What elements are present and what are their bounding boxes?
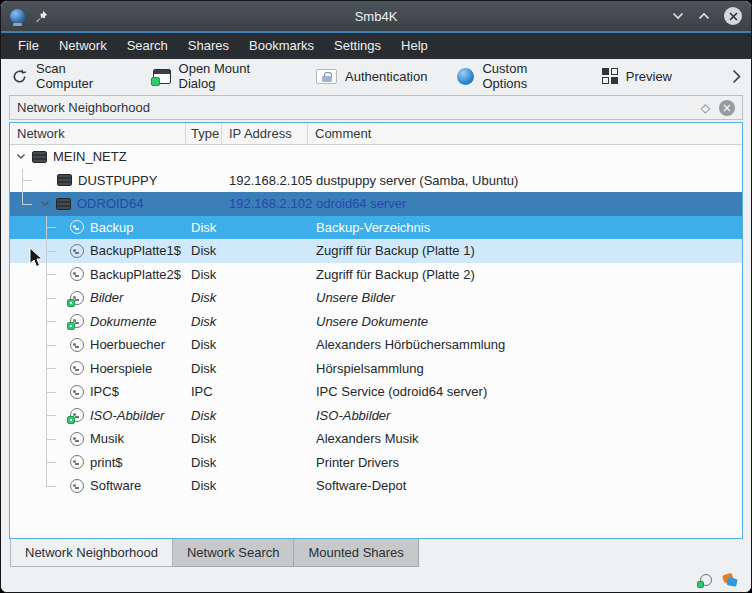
cell-comment: Unsere Bilder	[308, 286, 742, 310]
table-row[interactable]: DokumenteDiskUnsere Dokumente	[10, 310, 742, 334]
table-row[interactable]: BilderDiskUnsere Bilder	[10, 286, 742, 310]
minimize-button[interactable]	[672, 12, 684, 20]
smb4k-window: Smb4K File Network Search Shares Bookmar…	[0, 0, 752, 593]
column-header-ip[interactable]: IP Address	[222, 123, 308, 144]
cell-comment: Backup-Verzeichnis	[308, 216, 742, 240]
share-icon	[70, 267, 84, 281]
scan-computer-label: Scan Computer	[36, 61, 123, 91]
cell-comment: IPC Service (odroid64 server)	[308, 380, 742, 404]
cell-ip	[222, 239, 308, 263]
network-item-name: Software	[90, 478, 141, 493]
table-row[interactable]: print$DiskPrinter Drivers	[10, 451, 742, 475]
cell-comment: Alexanders Hörbüchersammlung	[308, 333, 742, 357]
column-header-network[interactable]: Network	[10, 123, 186, 144]
tab-mounted-shares[interactable]: Mounted Shares	[294, 539, 418, 567]
cell-network: print$	[10, 451, 186, 475]
tab-network-search[interactable]: Network Search	[173, 539, 294, 567]
table-row[interactable]: ISO-AbbilderDiskISO-Abbilder	[10, 404, 742, 428]
table-row[interactable]: MusikDiskAlexanders Musik	[10, 427, 742, 451]
menu-file[interactable]: File	[8, 33, 49, 59]
titlebar[interactable]: Smb4K	[1, 1, 751, 31]
cell-network: Hoerspiele	[10, 357, 186, 381]
cell-type: Disk	[186, 263, 222, 287]
menu-bookmarks[interactable]: Bookmarks	[239, 33, 324, 59]
network-item-name: IPC$	[90, 384, 119, 399]
tab-network-neighborhood[interactable]: Network Neighborhood	[10, 539, 173, 567]
server-icon	[57, 174, 72, 186]
cell-network: MEIN_NETZ	[10, 145, 186, 169]
cell-comment: Unsere Dokumente	[308, 310, 742, 334]
cell-ip	[222, 286, 308, 310]
table-row[interactable]: BackupPlatte2$DiskZugriff für Backup (Pl…	[10, 263, 742, 287]
pin-icon[interactable]	[35, 10, 48, 23]
table-row[interactable]: HoerspieleDiskHörspielsammlung	[10, 357, 742, 381]
share-icon	[70, 244, 84, 258]
close-panel-button[interactable]	[719, 100, 735, 116]
custom-options-label: Custom Options	[482, 61, 571, 91]
cell-ip	[222, 451, 308, 475]
column-header-comment[interactable]: Comment	[308, 123, 742, 144]
expander-icon[interactable]	[40, 200, 50, 207]
expander-icon[interactable]	[16, 153, 26, 160]
server-icon	[32, 151, 47, 163]
cell-network: IPC$	[10, 380, 186, 404]
cell-ip	[222, 216, 308, 240]
menu-settings[interactable]: Settings	[324, 33, 391, 59]
table-row[interactable]: DUSTPUPPY192.168.2.105dustpuppy server (…	[10, 169, 742, 193]
close-button[interactable]	[724, 7, 742, 25]
cell-ip: 192.168.2.102	[222, 192, 308, 216]
cell-comment: dustpuppy server (Samba, Ubuntu)	[308, 169, 742, 193]
float-diamond-icon[interactable]: ◇	[701, 101, 710, 115]
table-row[interactable]: BackupDiskBackup-Verzeichnis	[10, 216, 742, 240]
cell-comment: Zugriff für Backup (Platte 2)	[308, 263, 742, 287]
table-row[interactable]: SoftwareDiskSoftware-Depot	[10, 474, 742, 498]
dock-panel-header[interactable]: Network Neighborhood ◇	[9, 95, 743, 120]
table-row[interactable]: HoerbuecherDiskAlexanders Hörbüchersamml…	[10, 333, 742, 357]
table-row[interactable]: IPC$IPCIPC Service (odroid64 server)	[10, 380, 742, 404]
bottom-tabbar: Network Neighborhood Network Search Moun…	[1, 539, 751, 567]
network-item-name: BackupPlatte1$	[90, 243, 181, 258]
cell-type: Disk	[186, 427, 222, 451]
network-item-name: MEIN_NETZ	[53, 149, 127, 164]
authentication-button[interactable]: Authentication	[316, 69, 427, 84]
custom-options-button[interactable]: Custom Options	[457, 61, 571, 91]
cell-type: Disk	[186, 357, 222, 381]
network-tree-view[interactable]: Network Type IP Address Comment MEIN_NET…	[9, 122, 743, 539]
preview-button[interactable]: Preview	[602, 68, 672, 84]
network-item-name: ODROID64	[77, 196, 143, 211]
refresh-icon	[11, 68, 28, 85]
table-row[interactable]: MEIN_NETZ	[10, 145, 742, 169]
menu-search[interactable]: Search	[117, 33, 178, 59]
table-row[interactable]: BackupPlatte1$DiskZugriff für Backup (Pl…	[10, 239, 742, 263]
table-header: Network Type IP Address Comment	[10, 123, 742, 145]
mount-dialog-icon	[153, 69, 171, 84]
cell-network: Software	[10, 474, 186, 498]
cell-comment: odroid64 server	[308, 192, 742, 216]
scan-computer-button[interactable]: Scan Computer	[11, 61, 123, 91]
share-icon	[70, 432, 84, 446]
dock-panel-title: Network Neighborhood	[17, 100, 150, 115]
table-row[interactable]: ODROID64192.168.2.102odroid64 server	[10, 192, 742, 216]
menu-network[interactable]: Network	[49, 33, 117, 59]
share-icon	[70, 361, 84, 375]
cell-type: Disk	[186, 216, 222, 240]
maximize-button[interactable]	[698, 12, 710, 20]
authentication-label: Authentication	[345, 69, 427, 84]
open-mount-dialog-label: Open Mount Dialog	[179, 61, 286, 91]
share-icon	[70, 220, 84, 234]
smb4k-globe-icon[interactable]	[10, 9, 25, 24]
menu-shares[interactable]: Shares	[178, 33, 239, 59]
cell-type: IPC	[186, 380, 222, 404]
cell-network: BackupPlatte1$	[10, 239, 186, 263]
open-mount-dialog-button[interactable]: Open Mount Dialog	[153, 61, 286, 91]
cell-comment: ISO-Abbilder	[308, 404, 742, 428]
network-item-name: Hoerspiele	[90, 361, 152, 376]
share-icon	[70, 385, 84, 399]
window-title: Smb4K	[1, 9, 751, 24]
share-icon	[70, 455, 84, 469]
menu-help[interactable]: Help	[391, 33, 438, 59]
toolbar-overflow-button[interactable]	[732, 69, 741, 84]
network-item-name: Dokumente	[90, 314, 156, 329]
column-header-type[interactable]: Type	[186, 123, 222, 144]
cell-ip: 192.168.2.105	[222, 169, 308, 193]
